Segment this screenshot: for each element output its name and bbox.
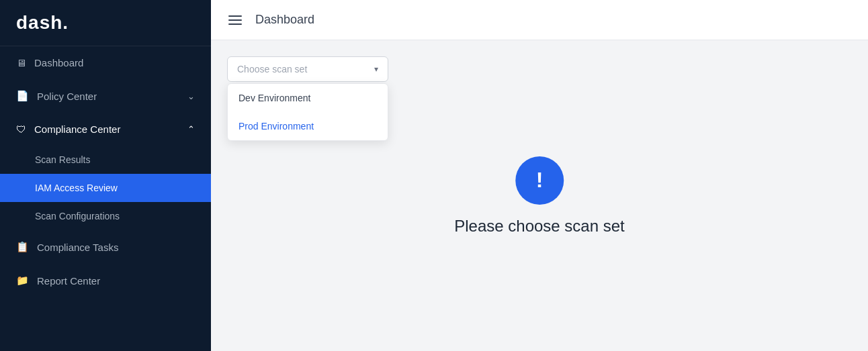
exclamation-icon: ! [515, 156, 564, 205]
dropdown-trigger[interactable]: Choose scan set ▾ [227, 56, 388, 82]
monitor-icon [16, 57, 26, 68]
menu-icon-line3 [228, 23, 242, 25]
dropdown-option-prod-env[interactable]: Prod Environment [228, 112, 388, 140]
placeholder-text: Please choose scan set [454, 217, 625, 236]
dropdown-menu: Dev Environment Prod Environment [227, 83, 388, 141]
shield-icon [16, 123, 26, 135]
sidebar-item-label: Dashboard [34, 57, 83, 68]
placeholder-message: ! Please choose scan set [454, 156, 625, 236]
sidebar-item-dashboard[interactable]: Dashboard [0, 46, 211, 79]
chevron-up-icon: ⌃ [187, 124, 195, 134]
menu-button[interactable] [224, 11, 246, 29]
sidebar-item-compliance-tasks[interactable]: Compliance Tasks [0, 230, 211, 264]
dropdown-option-dev-env[interactable]: Dev Environment [228, 84, 388, 112]
sidebar-item-label: Compliance Tasks [37, 242, 118, 253]
sidebar-item-report-center[interactable]: Report Center [0, 264, 211, 297]
sidebar-sub-item-label: Scan Configurations [35, 211, 120, 221]
topbar-title: Dashboard [255, 13, 314, 27]
chevron-down-icon: ⌄ [187, 91, 195, 101]
doc-icon [16, 90, 29, 102]
menu-icon-line2 [228, 19, 242, 21]
sidebar-item-iam-access-review[interactable]: IAM Access Review [0, 174, 211, 202]
sidebar-item-scan-configurations[interactable]: Scan Configurations [0, 202, 211, 230]
topbar: Dashboard [211, 0, 868, 40]
folder-icon [16, 274, 29, 287]
sidebar-sub-item-label: IAM Access Review [35, 183, 118, 193]
content-area: Choose scan set ▾ Dev Environment Prod E… [211, 40, 868, 351]
sidebar: dash. Dashboard Policy Center ⌄ Complian… [0, 0, 211, 351]
menu-icon-line1 [228, 15, 242, 17]
sidebar-nav: Dashboard Policy Center ⌄ Compliance Cen… [0, 46, 211, 351]
main-content: Dashboard Choose scan set ▾ Dev Environm… [211, 0, 868, 351]
sidebar-item-label: Report Center [37, 275, 100, 287]
sidebar-item-scan-results[interactable]: Scan Results [0, 146, 211, 174]
sidebar-sub-item-label: Scan Results [35, 154, 90, 165]
sidebar-item-label: Policy Center [37, 91, 97, 102]
sidebar-item-compliance-center[interactable]: Compliance Center ⌃ [0, 113, 211, 146]
clipboard-icon [16, 241, 29, 253]
dropdown-placeholder: Choose scan set [237, 64, 307, 74]
sidebar-item-label: Compliance Center [34, 123, 120, 135]
chevron-down-icon: ▾ [374, 64, 378, 74]
scan-set-dropdown[interactable]: Choose scan set ▾ Dev Environment Prod E… [227, 56, 388, 82]
app-logo: dash. [0, 0, 211, 46]
sidebar-item-policy-center[interactable]: Policy Center ⌄ [0, 79, 211, 113]
